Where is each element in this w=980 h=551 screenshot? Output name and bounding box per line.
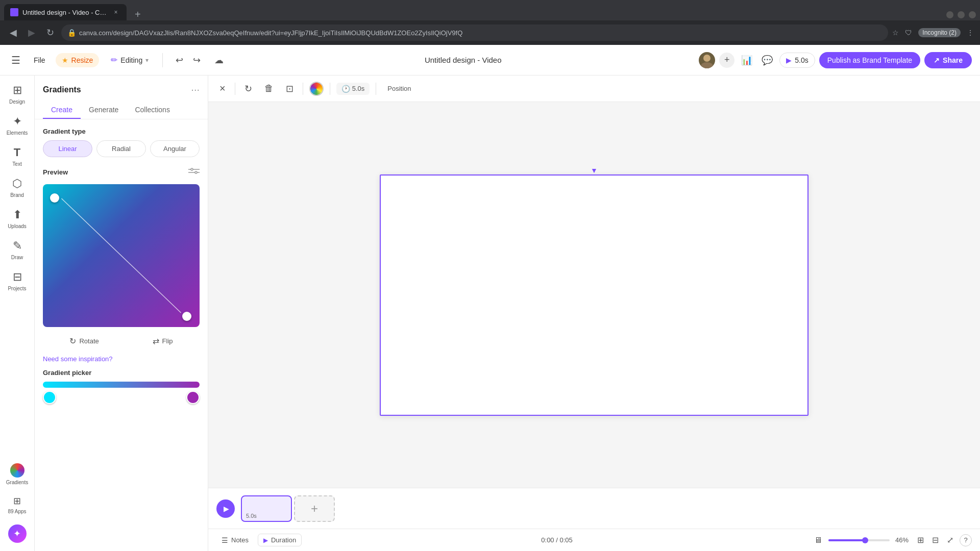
gradient-preview[interactable] bbox=[43, 184, 200, 327]
grid-large-btn[interactable]: ⊟ bbox=[930, 533, 941, 547]
new-tab-btn[interactable]: + bbox=[131, 9, 145, 20]
forward-btn[interactable]: ▶ bbox=[24, 26, 39, 40]
add-collaborator-btn[interactable]: + bbox=[719, 53, 734, 68]
maximize-btn[interactable] bbox=[958, 11, 965, 18]
notes-icon: ☰ bbox=[222, 536, 228, 544]
sidebar-item-draw[interactable]: ✎ Draw bbox=[2, 235, 33, 264]
uploads-icon: ⬆ bbox=[13, 208, 22, 221]
timeline-controls: ▶ 5.0s + bbox=[208, 488, 980, 529]
share-btn[interactable]: ↗ Share bbox=[924, 52, 972, 68]
delete-tool-btn[interactable]: 🗑 bbox=[261, 80, 277, 97]
sidebar-item-label-apps: 89 Apps bbox=[8, 509, 26, 514]
sidebar-item-brand[interactable]: ⬡ Brand bbox=[2, 173, 33, 202]
duration-btn-label: Duration bbox=[271, 536, 296, 544]
sidebar-item-projects[interactable]: ⊟ Projects bbox=[2, 266, 33, 295]
preview-label: Preview bbox=[43, 168, 68, 176]
monitor-btn[interactable]: 🖥 bbox=[812, 534, 824, 547]
tab-generate[interactable]: Generate bbox=[81, 102, 127, 119]
plus-icon: + bbox=[724, 55, 730, 65]
angular-btn[interactable]: Angular bbox=[150, 140, 200, 157]
tab-bar: Untitled design - Video - Canva × + bbox=[4, 4, 946, 20]
minimize-btn[interactable] bbox=[946, 11, 953, 18]
sidebar-item-text[interactable]: T Text bbox=[2, 142, 33, 171]
back-btn[interactable]: ◀ bbox=[6, 26, 20, 40]
gradient-picker-label: Gradient picker bbox=[43, 369, 200, 377]
gradient-picker-bar[interactable] bbox=[43, 382, 200, 388]
magic-design-btn[interactable]: ✦ bbox=[8, 524, 27, 543]
present-btn[interactable]: ▶ 5.0s bbox=[779, 53, 815, 68]
color-stop-purple[interactable] bbox=[186, 391, 200, 404]
timeline-clip-1[interactable]: 5.0s bbox=[241, 495, 292, 522]
shield-icon[interactable]: 🛡 bbox=[905, 29, 912, 37]
help-btn[interactable]: ? bbox=[960, 534, 972, 546]
undo-btn[interactable]: ↩ bbox=[171, 52, 187, 68]
zoom-slider-thumb bbox=[862, 537, 868, 543]
toolbar-right: + 📊 💬 ▶ 5.0s Publish as Brand Template ↗… bbox=[699, 52, 972, 68]
gradients-panel: Gradients ··· Create Generate Collection… bbox=[35, 76, 208, 551]
sidebar-item-gradients[interactable]: Gradients bbox=[2, 459, 33, 489]
browser-tab-canva[interactable]: Untitled design - Video - Canva × bbox=[4, 4, 127, 20]
refresh-tool-btn[interactable]: ↻ bbox=[241, 80, 255, 97]
zoom-slider[interactable] bbox=[828, 539, 890, 541]
inspiration-link[interactable]: Need some inspiration? bbox=[43, 355, 200, 363]
sidebar-item-design[interactable]: ⊞ Design bbox=[2, 80, 33, 109]
comment-btn[interactable]: 💬 bbox=[759, 52, 775, 68]
draw-icon: ✎ bbox=[13, 239, 22, 253]
settings-icon-btn[interactable] bbox=[188, 165, 200, 179]
address-bar[interactable]: 🔒 canva.com/design/DAGVxazJlis/Ran8NJXOZ… bbox=[61, 24, 888, 41]
browser-tabs: Untitled design - Video - Canva × + bbox=[0, 0, 980, 20]
rotate-btn[interactable]: ↻ Rotate bbox=[61, 333, 107, 349]
sidebar-item-uploads[interactable]: ⬆ Uploads bbox=[2, 204, 33, 233]
present-duration: 5.0s bbox=[795, 56, 808, 64]
color-stop-cyan[interactable] bbox=[43, 391, 56, 404]
analytics-btn[interactable]: 📊 bbox=[739, 52, 755, 68]
zoom-slider-fill bbox=[828, 539, 865, 541]
sidebar-item-elements[interactable]: ✦ Elements bbox=[2, 111, 33, 140]
gradient-handle-end[interactable] bbox=[182, 312, 191, 321]
file-btn[interactable]: File bbox=[30, 53, 50, 67]
color-picker-btn[interactable] bbox=[309, 82, 324, 96]
bookmark-icon[interactable]: ☆ bbox=[892, 29, 899, 37]
reload-btn[interactable]: ↻ bbox=[43, 26, 57, 40]
resize-btn[interactable]: ★ Resize bbox=[56, 53, 100, 67]
redo-btn[interactable]: ↪ bbox=[188, 52, 205, 68]
timeline-track: 5.0s + bbox=[241, 495, 972, 522]
sidebar-item-label-projects: Projects bbox=[8, 286, 26, 291]
add-clip-btn[interactable]: + bbox=[294, 495, 335, 522]
notes-btn[interactable]: ☰ Notes bbox=[216, 534, 254, 546]
grid-small-btn[interactable]: ⊞ bbox=[915, 533, 926, 547]
duration-btn[interactable]: ▶ Duration bbox=[258, 534, 302, 546]
duration-play-icon: ▶ bbox=[263, 537, 268, 544]
radial-btn[interactable]: Radial bbox=[96, 140, 146, 157]
fullscreen-btn[interactable]: ⤢ bbox=[945, 533, 955, 547]
status-left: ☰ Notes ▶ Duration bbox=[216, 534, 302, 546]
tab-close-btn[interactable]: × bbox=[111, 8, 120, 17]
close-btn[interactable] bbox=[969, 11, 976, 18]
extensions-btn[interactable]: ⋮ bbox=[967, 29, 974, 37]
publish-btn[interactable]: Publish as Brand Template bbox=[819, 52, 920, 68]
magic-icon: ✦ bbox=[13, 528, 21, 539]
flip-btn[interactable]: ⇄ Flip bbox=[144, 333, 181, 349]
design-icon: ⊞ bbox=[13, 84, 22, 97]
resize-label: Resize bbox=[71, 56, 93, 64]
play-icon: ▶ bbox=[786, 56, 792, 64]
duplicate-tool-btn[interactable]: ⊡ bbox=[283, 80, 297, 97]
close-overlay-btn[interactable]: × bbox=[216, 80, 229, 97]
flip-label: Flip bbox=[162, 337, 173, 345]
tab-create[interactable]: Create bbox=[43, 102, 81, 119]
play-btn[interactable]: ▶ bbox=[216, 499, 235, 518]
linear-btn[interactable]: Linear bbox=[43, 140, 92, 157]
editing-btn[interactable]: ✏ Editing ▾ bbox=[105, 52, 154, 68]
sidebar-item-apps[interactable]: ⊞ 89 Apps bbox=[2, 491, 33, 518]
panel-more-btn[interactable]: ··· bbox=[191, 84, 200, 95]
text-icon: T bbox=[14, 146, 20, 159]
duration-value: 5.0s bbox=[352, 85, 365, 92]
save-cloud-btn[interactable]: ☁ bbox=[211, 52, 227, 68]
menu-btn[interactable]: ☰ bbox=[8, 51, 23, 69]
canvas-divider-1 bbox=[235, 83, 235, 95]
gradient-handle-start[interactable] bbox=[50, 193, 59, 203]
tab-collections[interactable]: Collections bbox=[127, 102, 178, 119]
position-btn[interactable]: Position bbox=[382, 82, 416, 95]
avatar[interactable] bbox=[699, 52, 715, 68]
canvas-frame[interactable] bbox=[380, 174, 808, 416]
